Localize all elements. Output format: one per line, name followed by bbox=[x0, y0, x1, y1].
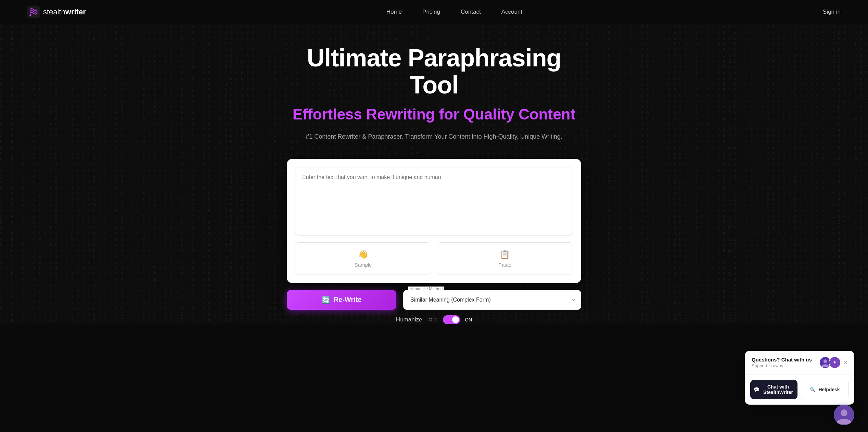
logo-icon bbox=[27, 6, 40, 18]
toggle-on-label: ON bbox=[465, 317, 472, 322]
svg-point-3 bbox=[824, 359, 827, 363]
chat-header-right: ✦ × bbox=[819, 356, 847, 369]
rewrite-icon: 🔄 bbox=[322, 296, 330, 304]
chat-title: Questions? Chat with us bbox=[752, 357, 812, 363]
chat-fab-button[interactable] bbox=[834, 405, 854, 425]
humanize-toggle-label: Humanize: bbox=[396, 316, 424, 323]
nav-link-pricing[interactable]: Pricing bbox=[422, 9, 440, 15]
paste-button[interactable]: 📋 Paste bbox=[437, 242, 573, 275]
chat-widget: Questions? Chat with us Support is away … bbox=[745, 351, 854, 405]
navbar: stealthwriter Home Pricing Contact Accou… bbox=[0, 0, 868, 24]
chat-subtitle: Support is away bbox=[752, 363, 812, 368]
nav-link-contact[interactable]: Contact bbox=[461, 9, 481, 15]
nav-link-home[interactable]: Home bbox=[386, 9, 402, 15]
nav-item-contact[interactable]: Contact bbox=[461, 9, 481, 15]
hero-section: A 7 & Y 9 2 Y $ 5 9 L G @ D 6 * J G $ O … bbox=[0, 24, 868, 324]
chat-action-buttons: 💬 Chat with StealthWriter 🔍 Helpdesk bbox=[745, 374, 854, 405]
chat-header-text: Questions? Chat with us Support is away bbox=[752, 357, 812, 368]
rewrite-label: Re-Write bbox=[334, 296, 362, 304]
rewrite-button[interactable]: 🔄 Re-Write bbox=[287, 290, 396, 310]
humanize-method-label: Humanize Method bbox=[408, 287, 444, 291]
humanize-toggle-row: Humanize: OFF ON bbox=[396, 315, 472, 324]
hero-content: Ultimate Paraphrasing Tool Effortless Re… bbox=[280, 45, 588, 155]
hero-description: #1 Content Rewriter & Paraphraser. Trans… bbox=[287, 132, 581, 142]
logo-text: stealthwriter bbox=[43, 8, 86, 16]
chat-header: Questions? Chat with us Support is away … bbox=[745, 351, 854, 374]
humanize-toggle[interactable] bbox=[443, 315, 460, 324]
nav-item-account[interactable]: Account bbox=[501, 9, 522, 15]
search-icon: 🔍 bbox=[810, 387, 816, 392]
tool-card: 👋 Sample 📋 Paste bbox=[287, 159, 581, 283]
nav-item-home[interactable]: Home bbox=[386, 9, 402, 15]
chat-avatars: ✦ bbox=[819, 356, 841, 369]
chat-avatar-2: ✦ bbox=[829, 356, 841, 369]
humanize-method-wrapper: Humanize Method Similar Meaning (Complex… bbox=[403, 290, 581, 310]
paste-label: Paste bbox=[498, 262, 511, 268]
hero-subtitle: Effortless Rewriting for Quality Content bbox=[287, 105, 581, 124]
nav-links: Home Pricing Contact Account bbox=[386, 9, 522, 15]
hero-title: Ultimate Paraphrasing Tool bbox=[287, 45, 581, 99]
avatar-icon-2: ✦ bbox=[829, 356, 840, 369]
sample-label: Sample bbox=[355, 262, 372, 268]
fab-avatar-icon bbox=[834, 405, 854, 425]
text-input[interactable] bbox=[295, 167, 573, 236]
chat-icon: 💬 bbox=[754, 387, 760, 392]
toggle-knob bbox=[452, 316, 459, 323]
chat-with-stealthwriter-button[interactable]: 💬 Chat with StealthWriter bbox=[750, 380, 797, 399]
logo[interactable]: stealthwriter bbox=[27, 6, 86, 18]
chat-btn-label: Chat with StealthWriter bbox=[762, 384, 794, 395]
svg-point-1 bbox=[29, 14, 31, 16]
svg-rect-0 bbox=[27, 6, 40, 18]
chat-close-button[interactable]: × bbox=[844, 359, 847, 366]
helpdesk-label: Helpdesk bbox=[818, 387, 840, 392]
tool-bottom-controls: 🔄 Re-Write Humanize Method Similar Meani… bbox=[287, 290, 581, 310]
nav-item-pricing[interactable]: Pricing bbox=[422, 9, 440, 15]
helpdesk-button[interactable]: 🔍 Helpdesk bbox=[801, 380, 849, 399]
toggle-off-label: OFF bbox=[429, 317, 438, 322]
nav-link-account[interactable]: Account bbox=[501, 9, 522, 15]
svg-point-7 bbox=[841, 409, 847, 416]
paste-icon: 📋 bbox=[500, 250, 510, 259]
sample-icon: 👋 bbox=[358, 250, 368, 259]
signin-link[interactable]: Sign in bbox=[823, 9, 841, 15]
sample-button[interactable]: 👋 Sample bbox=[295, 242, 431, 275]
humanize-method-select[interactable]: Similar Meaning (Complex Form) Similar M… bbox=[403, 290, 581, 310]
tool-actions: 👋 Sample 📋 Paste bbox=[295, 242, 573, 275]
svg-text:✦: ✦ bbox=[833, 359, 837, 365]
